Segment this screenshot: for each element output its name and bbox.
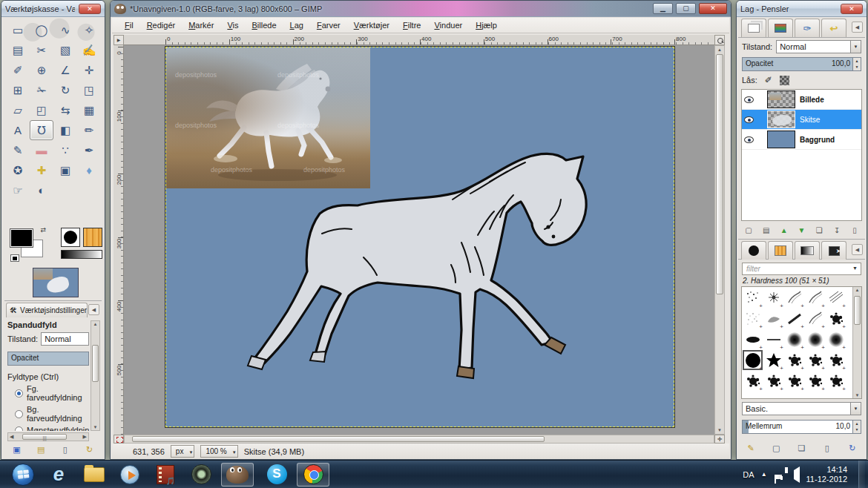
tool-options-tab[interactable]: 🛠︎ Værktøjsindstillinger xyxy=(6,303,88,317)
brush-swatch-spark[interactable] xyxy=(763,288,783,308)
tool-rectangle-select[interactable]: ▭ xyxy=(6,20,30,40)
brush-swatch-ellipse[interactable] xyxy=(743,329,763,349)
fill-option-1[interactable]: Bg. farveudfyldning xyxy=(15,405,89,423)
horizontal-ruler[interactable]: 0100200300400500600700800 xyxy=(124,35,714,45)
taskbar-windows-explorer-button[interactable] xyxy=(82,463,107,487)
brush-swatch-splat[interactable] xyxy=(826,350,846,370)
tool-ellipse-select[interactable]: ◯ xyxy=(30,20,53,40)
brush-swatch-soft[interactable] xyxy=(826,329,846,349)
brush-swatch-slash[interactable] xyxy=(784,309,804,329)
tool-presets-tab[interactable] xyxy=(821,241,846,260)
brush-swatch-splat[interactable] xyxy=(784,350,804,370)
tool-options-hscrollbar[interactable]: ◀ ||| ▶ xyxy=(7,432,89,441)
delete-layer-button[interactable]: ▯ xyxy=(847,224,862,237)
gradients-tab[interactable] xyxy=(795,241,820,260)
tool-foreground-select[interactable]: ▧ xyxy=(53,40,77,60)
tool-fuzzy-select[interactable]: ✧ xyxy=(77,20,101,40)
horizontal-scrollbar[interactable] xyxy=(124,435,714,444)
brush-swatch-soft[interactable] xyxy=(784,329,804,349)
taskbar-movie-maker-button[interactable] xyxy=(153,463,178,487)
taskbar-internet-explorer-button[interactable]: e xyxy=(46,463,71,487)
menu-item-8[interactable]: Filtre xyxy=(396,19,427,31)
brush-swatch-smudge[interactable] xyxy=(763,309,783,329)
clock[interactable]: 14:14 11-12-2012 xyxy=(806,465,852,484)
tool-move[interactable]: ✛ xyxy=(77,60,101,80)
layer-row-billede[interactable]: Billede xyxy=(742,90,861,110)
maximize-button[interactable]: ▢ xyxy=(676,3,696,14)
tool-blur-sharpen[interactable]: ♦ xyxy=(77,160,101,180)
tool-pencil[interactable]: ✏ xyxy=(77,120,101,140)
new-brush-button[interactable]: ▢ xyxy=(767,442,785,455)
tool-paths[interactable]: ✍ xyxy=(77,40,101,60)
layers-tab[interactable] xyxy=(741,19,766,37)
fill-option-2[interactable]: Mønsterudfyldning xyxy=(15,426,89,431)
menu-item-7[interactable]: Værktøjer xyxy=(347,19,396,31)
show-desktop-button[interactable] xyxy=(858,461,865,488)
tool-smudge[interactable]: ☞ xyxy=(6,180,30,200)
new-group-button[interactable]: ▤ xyxy=(759,224,774,237)
default-colors-icon[interactable] xyxy=(10,254,19,262)
tool-shear[interactable]: ▱ xyxy=(6,100,30,120)
brush-swatch-scratch[interactable] xyxy=(826,288,846,308)
menu-item-4[interactable]: Billede xyxy=(245,19,283,31)
toolbox-titlebar[interactable]: Værktøjskasse - Værktøj... ✕ xyxy=(1,1,105,17)
volume-icon[interactable] xyxy=(794,470,800,479)
dock-titlebar[interactable]: Lag - Pensler ✕ xyxy=(737,1,867,17)
tool-measure[interactable]: ∠ xyxy=(53,60,77,80)
brush-swatch-wisp[interactable] xyxy=(784,288,804,308)
brush-swatch-speck[interactable] xyxy=(743,309,763,329)
tool-eraser[interactable]: ▬ xyxy=(30,140,53,160)
delete-options-button[interactable]: ▯ xyxy=(56,444,74,457)
brush-swatch-splat[interactable] xyxy=(826,371,846,391)
layer-row-baggrund[interactable]: Baggrund xyxy=(742,130,861,150)
active-brush-preview[interactable] xyxy=(61,228,80,247)
tool-bucket-fill[interactable]: ℧ xyxy=(30,120,53,140)
menu-item-2[interactable]: Markér xyxy=(182,19,220,31)
taskbar-skype-button[interactable]: S xyxy=(264,463,289,487)
tool-scissors-select[interactable]: ✂ xyxy=(30,40,53,60)
tool-free-select[interactable]: ∿ xyxy=(53,20,77,40)
brushes-tab-menu-button[interactable]: ◀ xyxy=(852,244,863,255)
tool-rotate[interactable]: ↻ xyxy=(53,80,77,100)
foreground-color-swatch[interactable] xyxy=(10,229,33,247)
toolbox-close-button[interactable]: ✕ xyxy=(79,4,101,14)
tool-text[interactable]: A xyxy=(6,120,30,140)
brush-scrollbar[interactable]: ▲▼ xyxy=(852,287,861,398)
menu-item-0[interactable]: Fil xyxy=(118,19,140,31)
brush-swatch-splat[interactable] xyxy=(784,371,804,391)
taskbar-chrome-button[interactable] xyxy=(297,463,329,487)
tool-align[interactable]: ⊞ xyxy=(6,80,30,100)
radio-icon[interactable] xyxy=(15,389,23,398)
dock-close-button[interactable]: ✕ xyxy=(841,4,863,14)
dock-tab-menu-button[interactable]: ◀ xyxy=(852,22,863,33)
radio-icon[interactable] xyxy=(15,426,23,432)
brush-swatch-circle[interactable] xyxy=(743,350,763,370)
image-window-titlebar[interactable]: *Unavngiven-1.0 (RGB-farve, 3 lag) 800x6… xyxy=(111,1,731,17)
vertical-ruler[interactable]: 0100200300400500 xyxy=(114,45,124,435)
tool-airbrush[interactable]: ∵ xyxy=(53,140,77,160)
menu-item-3[interactable]: Vis xyxy=(220,19,245,31)
tool-dodge-burn[interactable]: ◐ xyxy=(30,180,53,200)
close-button[interactable]: ✕ xyxy=(699,3,727,14)
radio-icon[interactable] xyxy=(15,410,23,418)
layer-mode-combobox[interactable]: Normal▼ xyxy=(776,40,861,53)
tool-ink[interactable]: ✒ xyxy=(77,140,101,160)
brush-swatch-soft[interactable] xyxy=(805,329,825,349)
brush-preset-combobox[interactable]: Basic.▼ xyxy=(742,402,861,415)
hidden-icons-button[interactable]: ▲ xyxy=(761,471,767,478)
channels-tab[interactable] xyxy=(768,19,793,37)
menu-item-1[interactable]: Redigér xyxy=(140,19,183,31)
canvas-image[interactable]: depositphotos depositphotos depositphoto… xyxy=(165,47,674,427)
unit-combobox[interactable]: px▼ xyxy=(171,445,195,458)
brush-swatch-splat[interactable] xyxy=(805,350,825,370)
tool-options-scrollbar[interactable]: ▲ ▼ xyxy=(91,320,100,431)
brush-swatch-wisp[interactable] xyxy=(805,309,825,329)
taskbar-start-button[interactable] xyxy=(10,463,36,487)
taskbar-media-player-button[interactable] xyxy=(117,463,142,487)
refresh-brushes-button[interactable]: ↻ xyxy=(844,442,861,455)
brushes-tab[interactable] xyxy=(741,241,766,260)
fill-option-0[interactable]: Fg. farveudfyldning xyxy=(15,384,89,402)
tool-select-by-color[interactable]: ▤ xyxy=(6,40,30,60)
mode-combobox[interactable]: Normal xyxy=(41,332,89,346)
visibility-eye-icon[interactable] xyxy=(744,136,754,143)
